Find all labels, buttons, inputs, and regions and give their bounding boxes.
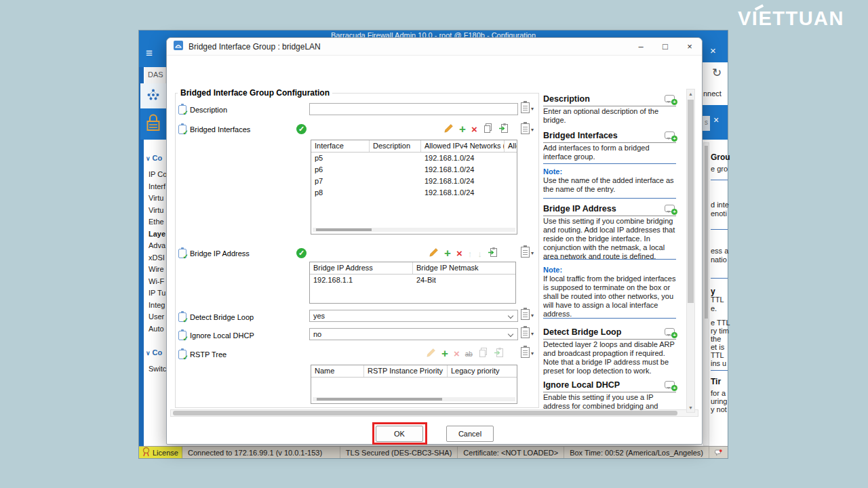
paste-dropdown-icon[interactable]: ▾ xyxy=(521,123,530,134)
comment-add-icon[interactable] xyxy=(665,381,675,388)
sidebar-item-advanced[interactable]: Adva xyxy=(149,241,165,249)
table-header[interactable]: Bridge IP Address Bridge IP Netmask xyxy=(310,262,515,274)
chat-notification-icon[interactable] xyxy=(709,447,728,458)
bridge-ip-table[interactable]: Bridge IP Address Bridge IP Netmask 192.… xyxy=(309,262,516,304)
column-bridge-netmask[interactable]: Bridge IP Netmask xyxy=(413,262,515,274)
paste-dropdown-icon[interactable]: ▾ xyxy=(521,327,530,338)
rstp-table[interactable]: Name RSTP Instance Priority Legacy prior… xyxy=(311,365,517,404)
table-horizontal-scrollbar[interactable] xyxy=(313,228,515,232)
table-header[interactable]: Name RSTP Instance Priority Legacy prior… xyxy=(311,365,517,378)
background-help-scrollbar[interactable] xyxy=(703,142,709,446)
sidebar-section-2[interactable]: ∨Co xyxy=(146,348,162,357)
table-row[interactable]: p8 192.168.1.0/24 xyxy=(311,187,517,199)
sidebar-item-user[interactable]: User xyxy=(149,312,164,321)
maximize-button[interactable]: □ xyxy=(653,38,677,55)
comment-add-icon[interactable] xyxy=(665,131,675,139)
hamburger-menu-icon[interactable]: ≡ xyxy=(146,47,153,60)
copy-icon[interactable] xyxy=(483,123,493,136)
column-rstp-priority[interactable]: RSTP Instance Priority xyxy=(364,365,448,377)
scrollbar-thumb[interactable] xyxy=(316,228,372,231)
move-up-icon[interactable]: ↑ xyxy=(468,249,473,259)
ignore-local-dhcp-select[interactable]: no xyxy=(309,328,518,340)
table-row[interactable]: p6 192.168.1.0/24 xyxy=(311,164,517,176)
sidebar-item-wifi[interactable]: Wi-F xyxy=(149,277,164,285)
tab-close-icon[interactable]: × xyxy=(713,115,719,125)
scrollbar-thumb[interactable] xyxy=(688,100,694,303)
sidebar-item-virtual-1[interactable]: Virtu xyxy=(149,194,163,202)
sidebar-item-wireless[interactable]: Wire xyxy=(149,265,164,273)
rename-icon-disabled[interactable]: ab xyxy=(465,350,473,358)
app-close-icon[interactable]: × xyxy=(710,45,716,56)
sidebar-item-ethernet[interactable]: Ethe xyxy=(149,218,164,226)
help-fragment: ry tim xyxy=(711,327,729,335)
bridged-interfaces-table[interactable]: Interface Description Allowed IPv4 Netwo… xyxy=(311,140,517,235)
minimize-button[interactable]: – xyxy=(629,38,653,55)
copy-icon-disabled[interactable] xyxy=(478,347,488,361)
scroll-up-icon[interactable]: ▲ xyxy=(687,89,694,98)
app-tab-fragment[interactable]: s xyxy=(703,116,710,131)
table-horizontal-scrollbar[interactable] xyxy=(313,397,515,401)
comment-add-icon[interactable] xyxy=(665,95,675,102)
description-input[interactable] xyxy=(309,103,518,115)
table-header[interactable]: Interface Description Allowed IPv4 Netwo… xyxy=(311,140,517,152)
sidebar-section-configuration[interactable]: ∨Co xyxy=(146,154,162,162)
comment-add-icon[interactable] xyxy=(665,205,675,212)
scroll-down-icon[interactable]: ▼ xyxy=(687,403,694,412)
close-button[interactable]: × xyxy=(677,38,702,55)
paste-dropdown-icon[interactable]: ▾ xyxy=(521,309,530,320)
sidebar-item-ip-tunneling[interactable]: IP Tu xyxy=(149,289,165,297)
cancel-button[interactable]: Cancel xyxy=(446,426,494,442)
lock-tile-selected[interactable] xyxy=(140,108,166,140)
paste-dropdown-icon[interactable]: ▾ xyxy=(521,247,530,258)
table-row[interactable]: p5 192.168.1.0/24 xyxy=(311,152,517,164)
sidebar-item-interfaces[interactable]: Interf xyxy=(149,182,165,190)
comment-add-icon[interactable] xyxy=(665,328,675,336)
bridged-interfaces-toolbar: + × xyxy=(443,123,509,136)
disconnect-button-fragment[interactable]: nnect xyxy=(703,89,722,98)
tab-dashboard[interactable]: DAS xyxy=(145,67,166,83)
sidebar-item-virtual-2[interactable]: Virtu xyxy=(149,206,163,214)
configuration-tile[interactable] xyxy=(140,83,166,108)
ok-button[interactable]: OK xyxy=(376,426,423,442)
edit-pencil-icon-disabled[interactable] xyxy=(426,348,436,361)
paste-import-icon[interactable] xyxy=(498,123,509,136)
add-icon[interactable]: + xyxy=(441,349,448,359)
column-description[interactable]: Description xyxy=(370,140,421,152)
paste-dropdown-icon[interactable]: ▾ xyxy=(521,102,530,113)
delete-icon-disabled[interactable]: × xyxy=(454,349,460,359)
edit-pencil-icon[interactable] xyxy=(429,247,439,260)
sidebar-item-auto[interactable]: Auto xyxy=(149,325,164,333)
rstp-toolbar: + × ab xyxy=(426,348,505,360)
column-bridge-ip[interactable]: Bridge IP Address xyxy=(310,262,413,274)
refresh-icon[interactable]: ↻ xyxy=(712,66,722,80)
column-legacy-priority[interactable]: Legacy priority xyxy=(448,365,517,377)
column-allowed-clipped[interactable]: Allov xyxy=(505,140,517,152)
delete-icon[interactable]: × xyxy=(471,125,477,134)
paste-import-icon[interactable] xyxy=(488,247,498,260)
delete-icon[interactable]: × xyxy=(456,249,462,258)
paste-import-icon-disabled[interactable] xyxy=(494,347,505,361)
paste-dropdown-icon[interactable]: ▾ xyxy=(521,347,530,358)
add-icon[interactable]: + xyxy=(459,125,466,134)
table-row[interactable]: p7 192.168.1.0/24 xyxy=(311,176,517,187)
detect-bridge-loop-select[interactable]: yes xyxy=(309,310,518,322)
help-panel-scrollbar[interactable]: ▲ ▼ xyxy=(686,89,695,413)
sidebar-item-integrity[interactable]: Integ xyxy=(149,301,165,309)
column-name[interactable]: Name xyxy=(311,365,364,377)
sidebar-item-layer2-selected[interactable]: Laye xyxy=(149,230,165,238)
sidebar-item-switch[interactable]: Switc xyxy=(149,365,166,373)
sidebar-item-xdsl[interactable]: xDSI xyxy=(149,253,165,262)
scrollbar-thumb[interactable] xyxy=(317,398,442,401)
move-down-icon[interactable]: ↓ xyxy=(477,249,482,259)
dialog-titlebar[interactable]: Bridged Interface Group : bridgeLAN – □ … xyxy=(167,38,702,56)
add-icon[interactable]: + xyxy=(444,249,451,258)
table-row[interactable]: 192.168.1.1 24-Bit xyxy=(310,274,515,286)
edit-pencil-icon[interactable] xyxy=(443,123,454,136)
column-allowed-ipv4[interactable]: Allowed IPv4 Networks (... xyxy=(421,140,505,152)
help-heading-bridge-ip: Bridge IP Address xyxy=(543,204,676,216)
column-interface[interactable]: Interface xyxy=(311,140,370,152)
sidebar-item-ip-configuration[interactable]: IP Co xyxy=(149,170,167,178)
license-tab[interactable]: License xyxy=(139,447,182,458)
dropdown-arrow-icon: ▾ xyxy=(531,312,534,319)
scrollbar-thumb[interactable] xyxy=(705,146,708,319)
